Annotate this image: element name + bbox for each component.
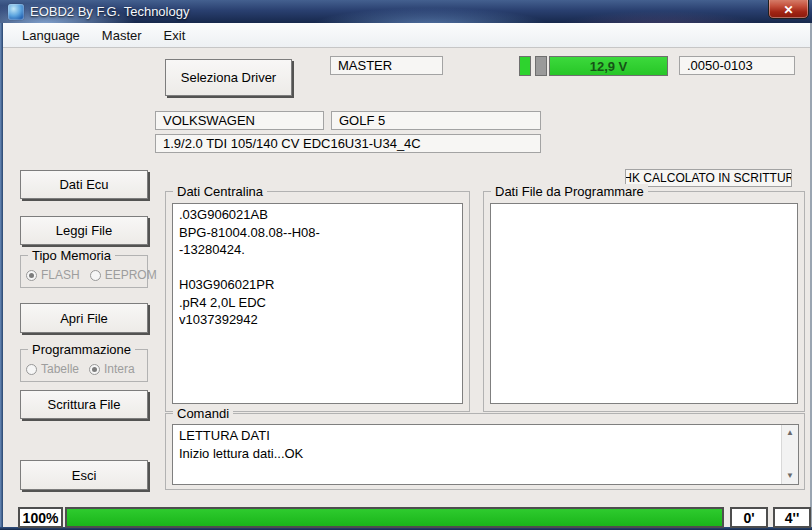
menu-bar: Language Master Exit (3, 23, 810, 48)
seleziona-driver-button[interactable]: Seleziona Driver (165, 59, 292, 96)
firmware-version-value: .0050-0103 (687, 58, 753, 73)
status-led-green (519, 56, 531, 76)
vehicle-make-field[interactable]: VOLKSWAGEN (155, 111, 324, 130)
chk-status-text: CHK CALCOLATO IN SCRITTURA (625, 171, 792, 185)
close-icon: ✕ (783, 3, 793, 17)
ecu-description-value: 1.9/2.0 TDI 105/140 CV EDC16U31-U34_4C (163, 136, 421, 151)
menu-master[interactable]: Master (91, 23, 153, 47)
seleziona-driver-label: Seleziona Driver (181, 70, 276, 85)
progress-bar-fill (67, 509, 722, 526)
window-border-left (0, 23, 3, 530)
status-led-gray (535, 56, 547, 76)
mode-value: MASTER (338, 58, 392, 73)
eeprom-radio[interactable] (90, 270, 101, 281)
scroll-down-icon[interactable]: ▼ (786, 468, 794, 484)
leggi-file-button[interactable]: Leggi File (20, 216, 148, 245)
dati-ecu-label: Dati Ecu (59, 177, 108, 192)
battery-voltage-value: 12,9 V (590, 59, 628, 74)
flash-radio[interactable] (26, 270, 37, 281)
dati-file-content (497, 206, 793, 401)
leggi-file-label: Leggi File (56, 223, 112, 238)
window-title: EOBD2 By F.G. Technology (30, 4, 189, 19)
programmazione-group: Programmazione Tabelle Intera (20, 349, 148, 382)
tabelle-radio[interactable] (26, 364, 37, 375)
flash-radio-label: FLASH (41, 268, 80, 282)
dati-ecu-button[interactable]: Dati Ecu (20, 170, 148, 199)
intera-radio[interactable] (89, 364, 100, 375)
scrittura-file-label: Scrittura File (48, 397, 121, 412)
apri-file-label: Apri File (60, 311, 108, 326)
comandi-scrollbar[interactable]: ▲ ▼ (781, 425, 798, 484)
mode-field[interactable]: MASTER (330, 56, 443, 75)
dati-file-title: Dati File da Programmare (491, 184, 648, 199)
dati-file-textarea[interactable] (490, 203, 798, 404)
tipo-memoria-group: Tipo Memoria FLASH EEPROM (20, 255, 148, 288)
progress-percent-value: 100% (23, 510, 59, 526)
vehicle-make-value: VOLKSWAGEN (163, 113, 255, 128)
dati-centralina-textarea[interactable]: .03G906021AB BPG-81004.08.08--H08- -1328… (172, 203, 463, 404)
comandi-title: Comandi (173, 406, 233, 421)
vehicle-model-value: GOLF 5 (339, 113, 385, 128)
close-button[interactable]: ✕ (768, 0, 809, 19)
chk-status-field: CHK CALCOLATO IN SCRITTURA (625, 169, 792, 187)
menu-language[interactable]: Language (11, 23, 91, 47)
app-window: EOBD2 By F.G. Technology ✕ Language Mast… (0, 0, 812, 530)
title-bar[interactable]: EOBD2 By F.G. Technology ✕ (0, 0, 812, 23)
vehicle-model-field[interactable]: GOLF 5 (331, 111, 541, 130)
tipo-memoria-title: Tipo Memoria (28, 248, 115, 263)
scrittura-file-button[interactable]: Scrittura File (20, 390, 148, 419)
tabelle-radio-label: Tabelle (41, 362, 79, 376)
elapsed-seconds-field: 4'' (773, 507, 811, 528)
intera-radio-label: Intera (104, 362, 135, 376)
elapsed-minutes-field: 0' (730, 507, 768, 528)
apri-file-button[interactable]: Apri File (20, 303, 148, 333)
elapsed-minutes-value: 0' (743, 510, 754, 526)
comandi-content: LETTURA DATI Inizio lettura dati...OK (179, 427, 776, 482)
dati-centralina-content: .03G906021AB BPG-81004.08.08--H08- -1328… (179, 206, 458, 401)
scroll-up-icon[interactable]: ▲ (786, 425, 794, 441)
elapsed-seconds-value: 4'' (785, 510, 799, 526)
menu-exit[interactable]: Exit (153, 23, 197, 47)
progress-bar (65, 507, 724, 528)
progress-percent-field: 100% (18, 507, 63, 528)
eeprom-radio-label: EEPROM (105, 268, 157, 282)
battery-voltage-bar: 12,9 V (549, 56, 668, 76)
ecu-description-field[interactable]: 1.9/2.0 TDI 105/140 CV EDC16U31-U34_4C (155, 134, 541, 153)
esci-label: Esci (72, 468, 97, 483)
programmazione-title: Programmazione (28, 342, 135, 357)
firmware-version-field[interactable]: .0050-0103 (679, 56, 795, 75)
dati-centralina-title: Dati Centralina (173, 184, 267, 199)
app-icon (8, 4, 24, 20)
comandi-textarea[interactable]: LETTURA DATI Inizio lettura dati...OK ▲ … (172, 424, 799, 485)
esci-button[interactable]: Esci (20, 460, 148, 490)
